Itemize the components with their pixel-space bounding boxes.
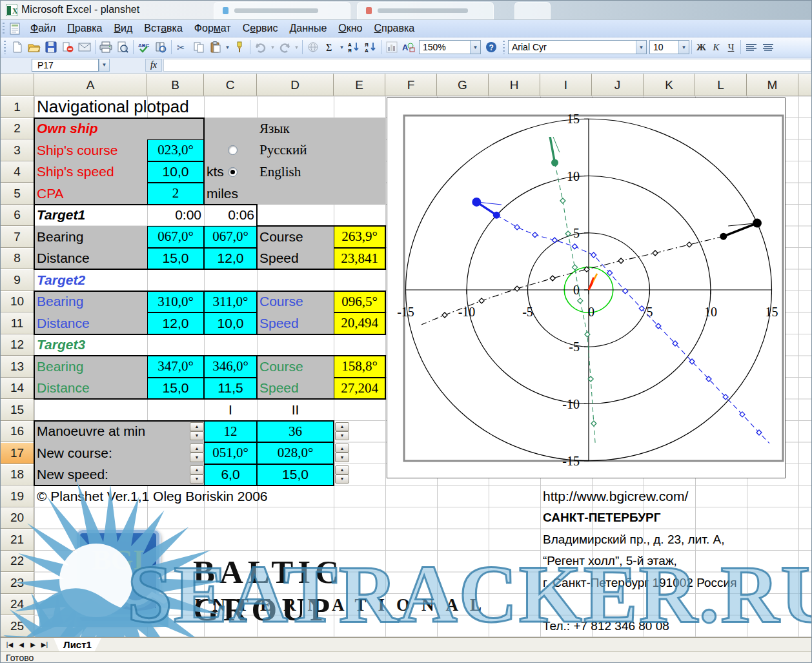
cell-C8[interactable]: 12,0 [204, 248, 257, 270]
column-header-M[interactable]: M [747, 74, 798, 96]
font-name-combo[interactable]: Arial Cyr▼ [508, 40, 647, 54]
row-header-9[interactable]: 9 [1, 269, 34, 291]
cell-C7[interactable]: 067,0° [204, 226, 257, 248]
menu-сервис[interactable]: Сервис [237, 21, 284, 36]
insert-function-button[interactable]: fx [145, 59, 162, 72]
print-button[interactable] [98, 39, 114, 55]
row-header-1[interactable]: 1 [1, 96, 34, 118]
cell-A2[interactable]: Own ship [34, 118, 204, 140]
cell-D10[interactable]: Course [257, 291, 334, 313]
cell-E8[interactable]: 23,841 [334, 248, 385, 270]
spinner-row16-left[interactable]: ▲▼ [190, 422, 204, 441]
radio-english[interactable] [228, 167, 238, 177]
cell-E11[interactable]: 20,494 [334, 312, 385, 334]
cell-C11[interactable]: 10,0 [204, 312, 257, 334]
spinner-up[interactable]: ▲ [190, 444, 204, 453]
radar-plot-chart[interactable]: -15-10-5051015151050-5-10-15 [387, 97, 786, 478]
row-header-19[interactable]: 19 [1, 485, 34, 507]
formula-input[interactable] [163, 59, 811, 72]
font-size-dropdown[interactable]: ▼ [678, 41, 689, 54]
paste-dropdown[interactable]: ▼ [224, 39, 231, 55]
cell-B11[interactable]: 12,0 [147, 312, 204, 334]
open-button[interactable] [26, 39, 42, 55]
cell-A7[interactable]: Bearing [34, 226, 147, 248]
spinner-down[interactable]: ▼ [190, 474, 204, 484]
row-header-15[interactable]: 15 [1, 399, 34, 421]
cell-I20[interactable]: САНКТ-ПЕТЕРБУРГ [540, 507, 798, 529]
row-header-17[interactable]: 17 [1, 442, 34, 464]
name-box-dropdown[interactable]: ▼ [99, 59, 110, 72]
previous-sheet-button[interactable]: ◀ [16, 639, 26, 650]
cell-D17[interactable]: 028,0° [257, 442, 334, 464]
drawing-button[interactable]: A [401, 39, 416, 55]
autosum-dropdown[interactable]: ▼ [338, 39, 345, 55]
row-header-23[interactable]: 23 [1, 572, 34, 594]
cell-A12[interactable]: Target3 [34, 334, 147, 356]
format-painter-button[interactable] [232, 39, 247, 55]
cell-C16[interactable]: 12 [204, 421, 257, 443]
cell-A11[interactable]: Distance [34, 312, 147, 334]
row-header-21[interactable]: 21 [1, 529, 34, 551]
spinner-row18-left[interactable]: ▲▼ [190, 465, 204, 484]
cell-C6[interactable]: 0:06 [204, 205, 257, 227]
cell-D16[interactable]: 36 [257, 421, 334, 443]
cell-E14[interactable]: 27,204 [334, 378, 385, 400]
align-left-button[interactable] [744, 39, 759, 55]
row-header-7[interactable]: 7 [1, 226, 34, 248]
menu-окно[interactable]: Окно [332, 21, 368, 36]
cell-C5[interactable]: miles [204, 183, 257, 205]
cell-E7[interactable]: 263,9° [334, 226, 385, 248]
menu-данные[interactable]: Данные [283, 21, 332, 36]
font-size-combo[interactable]: 10▼ [649, 40, 689, 54]
sort-ascending-button[interactable]: АЯ [346, 39, 361, 55]
spinner-row17-right[interactable]: ▲▼ [335, 444, 349, 462]
cell-C10[interactable]: 311,0° [204, 291, 257, 313]
cell-B6[interactable]: 0:00 [147, 205, 204, 227]
cell-A3[interactable]: Ship's course [34, 139, 147, 161]
new-button[interactable] [10, 39, 25, 55]
cell-B14[interactable]: 15,0 [147, 378, 204, 400]
spelling-button[interactable]: ABC [136, 39, 152, 55]
menu-вставка[interactable]: Вставка [138, 21, 188, 36]
row-header-5[interactable]: 5 [1, 183, 34, 205]
column-header-K[interactable]: K [644, 74, 695, 96]
print-preview-button[interactable] [115, 39, 130, 55]
next-sheet-button[interactable]: ▶ [28, 639, 38, 650]
cell-A6[interactable]: Target1 [34, 205, 147, 227]
menu-формат[interactable]: Формат [188, 21, 237, 36]
cell-A8[interactable]: Distance [34, 248, 147, 270]
cell-B4[interactable]: 10,0 [147, 161, 204, 183]
chart-wizard-button[interactable] [384, 39, 400, 55]
column-header-D[interactable]: D [257, 74, 334, 96]
row-header-16[interactable]: 16 [1, 421, 34, 443]
cell-A16[interactable]: Manoeuvre at min [34, 421, 204, 443]
menu-файл[interactable]: Файл [25, 21, 61, 36]
row-header-2[interactable]: 2 [1, 118, 34, 140]
spinner-row18-right[interactable]: ▲▼ [335, 465, 349, 484]
cell-D14[interactable]: Speed [257, 378, 334, 400]
column-header-I[interactable]: I [540, 74, 592, 96]
column-header-H[interactable]: H [489, 74, 540, 96]
help-button[interactable]: ? [483, 39, 499, 55]
cell-A19[interactable]: © Planshet Ver.1,1 Oleg Boriskin 2006 [34, 485, 334, 507]
zoom-combo[interactable]: 150%▼ [419, 40, 481, 54]
cell-E13[interactable]: 158,8° [334, 356, 385, 378]
cell-I25[interactable]: Тел.: +7 812 346 80 08 [540, 615, 798, 637]
cell-I23[interactable]: г. Санкт-Петербург 191002 Россия [540, 572, 798, 594]
copy-button[interactable] [191, 39, 207, 55]
column-header-partial[interactable] [798, 74, 812, 96]
column-header-C[interactable]: C [204, 74, 257, 96]
email-button[interactable] [77, 39, 92, 55]
cell-D13[interactable]: Course [257, 356, 334, 378]
cell-D15[interactable]: II [257, 399, 334, 421]
row-header-24[interactable]: 24 [1, 594, 34, 616]
cell-I21[interactable]: Владимирский пр., д. 23, лит. А, [540, 529, 798, 551]
cell-D4[interactable]: English [257, 161, 334, 183]
paste-button[interactable] [208, 39, 223, 55]
cell-B8[interactable]: 15,0 [147, 248, 204, 270]
menu-справка[interactable]: Справка [368, 21, 420, 36]
spinner-down[interactable]: ▼ [190, 453, 204, 462]
cell-A14[interactable]: Distance [34, 378, 147, 400]
cell-A18[interactable]: New speed: [34, 464, 204, 486]
cut-button[interactable]: ✂ [174, 39, 190, 55]
